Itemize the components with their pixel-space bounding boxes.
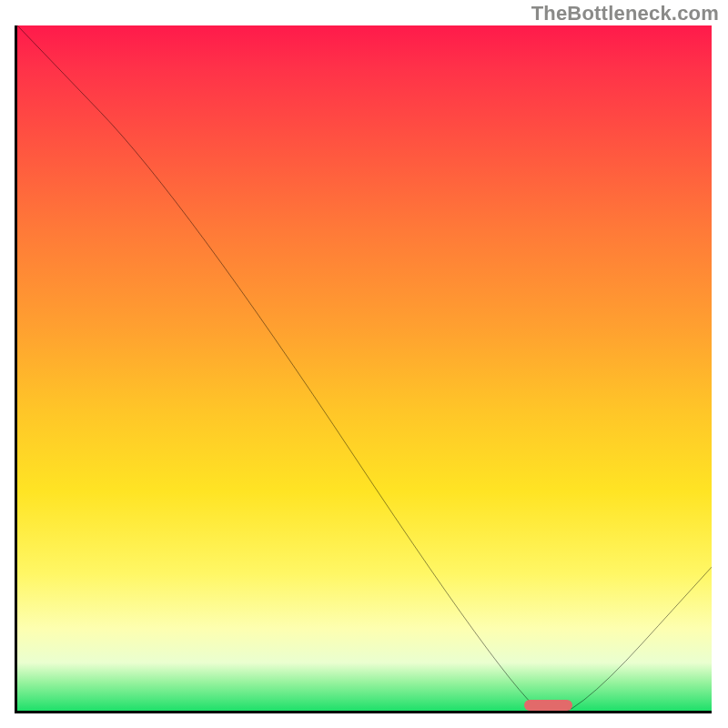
plot-frame — [15, 25, 712, 713]
line-series — [17, 25, 712, 713]
optimal-range-marker — [524, 700, 572, 711]
watermark-text: TheBottleneck.com — [531, 2, 719, 25]
chart-canvas: TheBottleneck.com — [0, 0, 728, 728]
